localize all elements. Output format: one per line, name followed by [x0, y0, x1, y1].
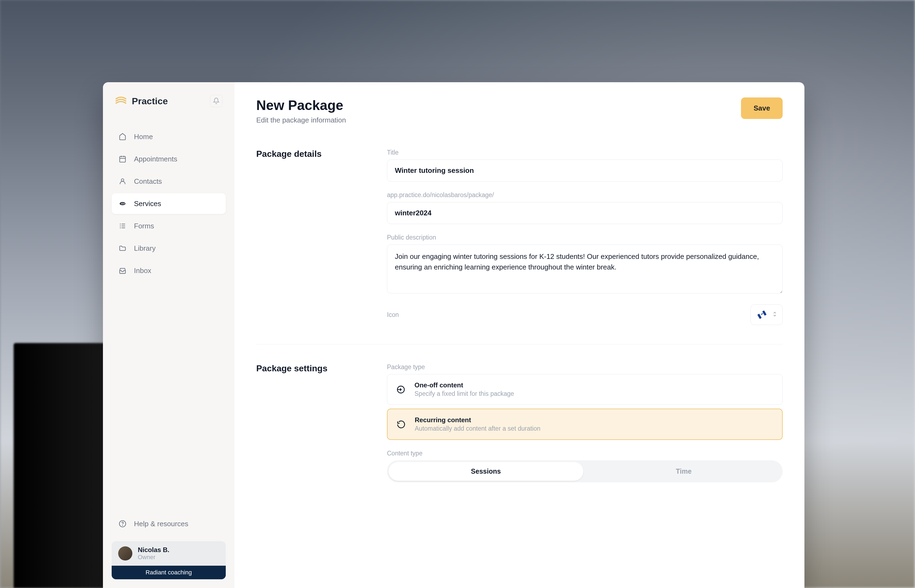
icon-picker[interactable]	[750, 304, 782, 325]
user-role: Owner	[138, 554, 170, 561]
save-button[interactable]: Save	[741, 97, 782, 119]
icon-label: Icon	[387, 311, 399, 318]
section-title-settings: Package settings	[256, 363, 365, 482]
content-type-label: Content type	[387, 450, 782, 457]
avatar	[118, 546, 133, 561]
brand-logo-icon	[115, 95, 127, 107]
option-recurring[interactable]: Recurring content Automatically add cont…	[387, 409, 782, 440]
sidebar-item-label: Home	[134, 132, 153, 141]
sidebar-item-appointments[interactable]: Appointments	[112, 149, 226, 169]
sidebar: Practice Home Appointments Contacts	[103, 82, 234, 588]
list-icon	[118, 221, 127, 230]
brand-name: Practice	[132, 96, 168, 107]
calendar-icon	[118, 155, 127, 163]
description-label: Public description	[387, 234, 782, 241]
notifications-button[interactable]	[210, 95, 223, 107]
svg-point-4	[121, 179, 124, 181]
nav: Home Appointments Contacts Services Form…	[112, 126, 226, 281]
sidebar-item-services[interactable]: Services	[112, 193, 226, 214]
slug-input[interactable]	[387, 202, 782, 224]
inbox-icon	[118, 266, 127, 275]
segment-time[interactable]: Time	[587, 462, 781, 481]
page-subtitle: Edit the package information	[256, 116, 346, 124]
url-prefix-label: app.practice.do/nicolasbaros/package/	[387, 191, 782, 199]
sidebar-item-inbox[interactable]: Inbox	[112, 260, 226, 281]
option-recurring-title: Recurring content	[415, 416, 540, 424]
sidebar-item-label: Library	[134, 244, 155, 253]
package-icon-preview	[756, 309, 768, 320]
option-oneoff[interactable]: One-off content Specify a fixed limit fo…	[387, 374, 782, 405]
svg-point-11	[120, 224, 120, 224]
sidebar-item-help[interactable]: Help & resources	[112, 514, 226, 534]
sidebar-item-library[interactable]: Library	[112, 238, 226, 258]
enter-icon	[395, 384, 406, 395]
recurring-icon	[396, 419, 407, 430]
svg-rect-0	[120, 157, 126, 162]
section-title-details: Package details	[256, 149, 365, 325]
segment-sessions[interactable]: Sessions	[389, 462, 583, 481]
app-window: Practice Home Appointments Contacts	[103, 82, 804, 588]
sidebar-item-label: Contacts	[134, 177, 162, 186]
option-oneoff-desc: Specify a fixed limit for this package	[414, 390, 514, 397]
bell-icon	[213, 97, 220, 105]
home-icon	[118, 132, 127, 141]
sidebar-item-contacts[interactable]: Contacts	[112, 171, 226, 192]
option-oneoff-title: One-off content	[414, 381, 514, 389]
company-name: Radiant coaching	[112, 566, 226, 579]
chevron-updown-icon	[773, 311, 777, 318]
svg-rect-17	[762, 310, 766, 316]
services-icon	[118, 199, 127, 208]
help-label: Help & resources	[134, 520, 188, 528]
user-icon	[118, 177, 127, 186]
title-label: Title	[387, 149, 782, 156]
sidebar-item-home[interactable]: Home	[112, 126, 226, 147]
help-icon	[118, 519, 127, 528]
sidebar-item-label: Services	[134, 200, 161, 208]
package-type-label: Package type	[387, 363, 782, 371]
folder-icon	[118, 244, 127, 253]
svg-point-12	[120, 226, 120, 226]
sidebar-item-forms[interactable]: Forms	[112, 216, 226, 236]
brand[interactable]: Practice	[115, 95, 168, 107]
sidebar-item-label: Forms	[134, 222, 154, 230]
content-type-segmented: Sessions Time	[387, 460, 782, 482]
user-card[interactable]: Nicolas B. Owner Radiant coaching	[112, 541, 226, 579]
page-title: New Package	[256, 97, 346, 113]
sidebar-item-label: Inbox	[134, 267, 151, 275]
user-name: Nicolas B.	[138, 546, 170, 554]
description-textarea[interactable]: Join our engaging winter tutoring sessio…	[387, 244, 782, 294]
main-content: New Package Edit the package information…	[234, 82, 804, 588]
svg-rect-18	[761, 313, 763, 315]
svg-point-15	[122, 525, 123, 525]
sidebar-item-label: Appointments	[134, 155, 177, 163]
title-input[interactable]	[387, 160, 782, 182]
option-recurring-desc: Automatically add content after a set du…	[415, 425, 540, 432]
svg-point-13	[120, 228, 120, 228]
